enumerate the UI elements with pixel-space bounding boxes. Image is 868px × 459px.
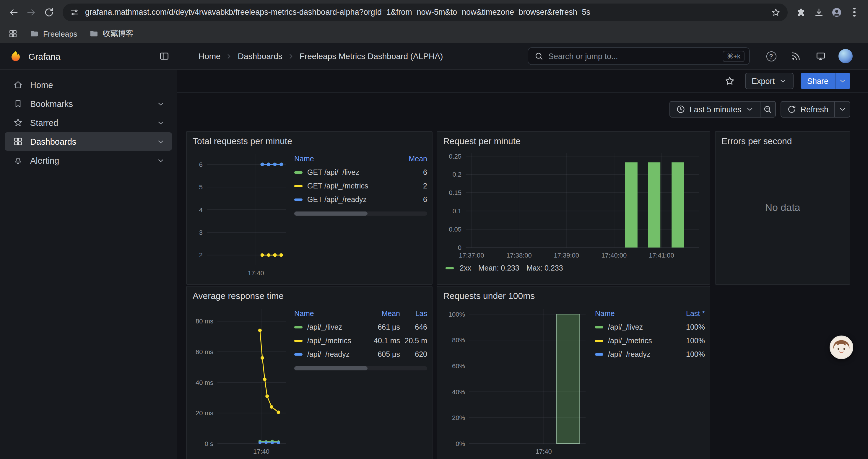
site-settings-icon[interactable] [70, 7, 79, 17]
svg-text:0%: 0% [456, 440, 465, 448]
dock-menu-button[interactable] [156, 48, 173, 64]
sidebar-item-dashboards[interactable]: Dashboards [5, 132, 172, 151]
grafana-header: Grafana Home Dashboards Freeleaps Metric… [0, 43, 868, 70]
legend-col-last[interactable]: Last * [671, 309, 705, 318]
legend-table: Name Mean Las /api/_/livez 661 μs 646 /a… [294, 306, 427, 458]
home-icon [13, 80, 23, 90]
breadcrumb-home[interactable]: Home [198, 52, 221, 61]
legend-row[interactable]: /api/_/metrics 100% [595, 334, 705, 347]
legend-col-mean[interactable]: Mean [366, 309, 400, 318]
bookmark-folder-blogs[interactable]: 收藏博客 [89, 28, 133, 39]
dashboard-actions: Export Share [177, 70, 868, 93]
legend-row[interactable]: /api/_/metrics 40.1 ms 20.5 m [294, 334, 427, 347]
chevron-down-icon[interactable] [157, 100, 165, 108]
svg-text:17:40: 17:40 [536, 448, 552, 455]
back-button[interactable] [5, 3, 23, 21]
header-icons: ? [763, 48, 854, 64]
sidebar-item-alerting[interactable]: Alerting [5, 151, 172, 169]
time-range-picker[interactable]: Last 5 minutes [670, 101, 761, 118]
refresh-icon [787, 104, 796, 114]
bookmark-folder-freeleaps[interactable]: Freeleaps [30, 29, 78, 38]
share-menu-button[interactable] [835, 73, 850, 89]
legend-row[interactable]: GET /api/_/metrics 2 [294, 179, 427, 193]
series-mean: 661 μs [366, 323, 400, 331]
apps-grid-button[interactable] [8, 29, 18, 38]
extensions-button[interactable] [793, 3, 810, 21]
news-button[interactable] [788, 48, 804, 64]
favorite-star-button[interactable] [721, 73, 738, 89]
search-box[interactable]: ⌘+k [528, 47, 750, 65]
help-button[interactable]: ? [763, 48, 779, 64]
legend-row[interactable]: GET /api/_/readyz 6 [294, 193, 427, 206]
legend-row[interactable]: /api/_/livez 100% [595, 320, 705, 334]
avg-response-time-chart[interactable]: 0 s20 ms40 ms60 ms80 ms17:40 [191, 303, 292, 458]
url-bar[interactable]: grafana.mathmast.com/d/deytv4rwavabkb/fr… [63, 3, 788, 21]
series-name[interactable]: /api/_/livez [608, 323, 643, 331]
refresh-interval-button[interactable] [835, 101, 850, 118]
series-name[interactable]: GET /api/_/livez [307, 168, 359, 176]
series-last: 100% [671, 323, 705, 331]
bookmark-star-icon[interactable] [771, 7, 780, 17]
series-name[interactable]: /api/_/readyz [608, 350, 650, 358]
share-button[interactable]: Share [801, 73, 835, 89]
chevron-down-icon[interactable] [157, 119, 165, 127]
display-button[interactable] [812, 48, 829, 64]
legend-scrollbar[interactable] [294, 211, 427, 216]
brand-name[interactable]: Grafana [28, 51, 60, 61]
sidebar-item-starred[interactable]: Starred [5, 113, 172, 132]
reload-button[interactable] [40, 3, 58, 21]
scrollbar-thumb[interactable] [294, 211, 368, 216]
profile-button[interactable] [828, 3, 845, 21]
panel-title[interactable]: Errors per second [716, 132, 850, 146]
chevron-down-icon[interactable] [157, 156, 165, 165]
series-name[interactable]: /api/_/readyz [307, 350, 349, 358]
legend-row[interactable]: /api/_/readyz 605 μs 620 [294, 347, 427, 361]
legend-row[interactable]: /api/_/livez 661 μs 646 [294, 320, 427, 334]
menu-button[interactable] [845, 3, 863, 21]
floating-profile-avatar[interactable] [830, 335, 853, 359]
total-requests-chart[interactable]: 2345617:40 [191, 148, 292, 280]
zoom-out-button[interactable] [760, 101, 776, 118]
requests-under-100ms-chart[interactable]: 0%20%40%60%80%100%17:40 [442, 303, 593, 458]
url-text[interactable]: grafana.mathmast.com/d/deytv4rwavabkb/fr… [85, 8, 765, 17]
legend-col-name[interactable]: Name [294, 309, 366, 318]
series-name[interactable]: GET /api/_/metrics [307, 182, 368, 190]
refresh-label: Refresh [800, 105, 829, 114]
series-name[interactable]: GET /api/_/readyz [307, 195, 367, 203]
legend-row[interactable]: /api/_/readyz 100% [595, 347, 705, 361]
legend-col-last[interactable]: Las [400, 309, 427, 318]
series-name[interactable]: /api/_/metrics [307, 336, 351, 345]
breadcrumb-dashboards[interactable]: Dashboards [238, 52, 282, 61]
export-button[interactable]: Export [745, 73, 794, 89]
svg-text:17:40:00: 17:40:00 [601, 252, 627, 259]
request-per-minute-chart[interactable]: 00.050.10.150.20.2517:37:0017:38:0017:39… [442, 148, 705, 262]
panel-total-requests: Total requests per minute 2345617:40 Nam… [186, 131, 433, 285]
downloads-button[interactable] [810, 3, 828, 21]
panel-title[interactable]: Total requests per minute [187, 132, 432, 146]
series-name[interactable]: /api/_/livez [307, 323, 342, 331]
sidebar-item-bookmarks[interactable]: Bookmarks [5, 95, 172, 113]
legend-col-name[interactable]: Name [595, 309, 671, 318]
grafana-logo[interactable] [9, 50, 22, 62]
panel-title[interactable]: Average response time [187, 287, 432, 301]
forward-icon [26, 7, 37, 18]
series-name[interactable]: 2xx [460, 264, 471, 272]
series-mean: 6 [393, 168, 427, 176]
series-name[interactable]: /api/_/metrics [608, 336, 652, 345]
series-swatch [294, 171, 303, 173]
chevron-down-icon[interactable] [157, 137, 165, 145]
legend-col-mean[interactable]: Mean [393, 155, 427, 163]
search-input[interactable] [548, 52, 718, 61]
legend-scrollbar[interactable] [294, 366, 427, 370]
panel-title[interactable]: Request per minute [437, 132, 710, 146]
sidebar-item-home[interactable]: Home [5, 76, 172, 94]
user-avatar[interactable] [837, 48, 854, 64]
refresh-button[interactable]: Refresh [780, 101, 835, 118]
forward-button[interactable] [23, 3, 40, 21]
legend-col-name[interactable]: Name [294, 155, 393, 163]
legend-row[interactable]: GET /api/_/livez 6 [294, 165, 427, 179]
scrollbar-thumb[interactable] [294, 366, 368, 370]
svg-text:17:37:00: 17:37:00 [459, 252, 484, 259]
svg-text:6: 6 [199, 161, 203, 168]
panel-title[interactable]: Requests under 100ms [437, 287, 710, 301]
